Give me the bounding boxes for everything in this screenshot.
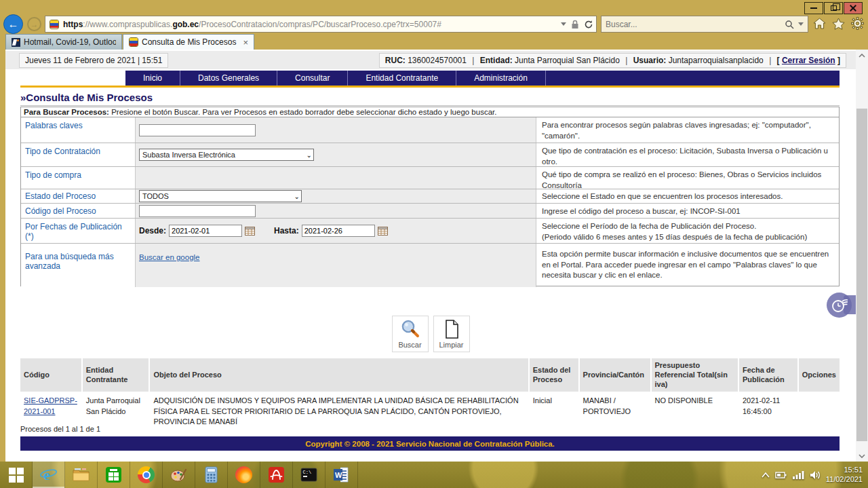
favorites-star-icon[interactable] xyxy=(832,18,845,30)
tipo-contratacion-desc: Que tipo de contratación es el proceso: … xyxy=(536,143,839,166)
calendar-icon[interactable] xyxy=(378,227,388,236)
forward-arrow-icon: → xyxy=(31,20,39,29)
main-navigation: Inicio Datos Generales Consultar Entidad… xyxy=(125,71,840,86)
nav-inicio[interactable]: Inicio xyxy=(125,71,180,86)
avanzada-desc: Esta opción permite buscar información e… xyxy=(536,244,839,287)
tab-favicon xyxy=(129,37,138,47)
select-caret-icon: ⌄ xyxy=(307,151,312,159)
logout-link[interactable]: Cerrar Sesión xyxy=(782,56,835,65)
tipo-contratacion-select[interactable]: Subasta Inversa Electrónica ⌄ xyxy=(139,149,314,161)
tab-label: Consulta de Mis Procesos xyxy=(142,37,239,47)
palabras-desc: Para encontrar procesos según palabras c… xyxy=(536,117,839,143)
taskbar-word[interactable]: W xyxy=(326,462,358,488)
web-page: Jueves 11 de Febrero de 2021 | 15:51 RUC… xyxy=(5,50,856,462)
minimize-button[interactable] xyxy=(804,2,823,14)
taskbar-file-explorer[interactable] xyxy=(65,462,98,488)
nav-datos-generales[interactable]: Datos Generales xyxy=(180,71,277,86)
taskbar-command-prompt[interactable]: C:\ xyxy=(293,462,326,488)
search-icon[interactable] xyxy=(785,20,794,29)
tipo-compra-desc: Qué tipo de compra se realizó en el proc… xyxy=(536,167,839,189)
close-button[interactable] xyxy=(844,2,863,14)
col-fecha: Fecha de Publicación xyxy=(739,358,797,392)
google-search-link[interactable]: Buscar en google xyxy=(139,253,200,261)
taskbar-internet-explorer[interactable]: e xyxy=(33,462,65,488)
winged-clock-icon xyxy=(831,297,848,314)
page-title: »Consulta de Mis Procesos xyxy=(20,92,153,103)
taskbar-chrome[interactable] xyxy=(130,462,163,488)
minimize-icon xyxy=(810,7,817,9)
vertical-scrollbar[interactable] xyxy=(856,50,868,462)
desktop-screen: ← → https://www.compraspublicas.gob.ec/P… xyxy=(0,0,868,488)
fecha-desde-input[interactable] xyxy=(169,225,242,237)
tab-close-icon[interactable]: × xyxy=(243,37,248,48)
close-icon xyxy=(850,5,856,12)
taskbar-firefox[interactable] xyxy=(228,462,260,488)
network-signal-icon[interactable] xyxy=(793,470,804,479)
forward-button[interactable]: → xyxy=(27,17,41,31)
user-session-box: RUC: 1360024570001 | Entidad: Junta Parr… xyxy=(379,53,846,68)
url-dropdown-icon[interactable] xyxy=(561,22,566,26)
search-box[interactable] xyxy=(601,16,808,33)
entidad-value: Junta Parroquial San Plácido xyxy=(515,56,620,65)
acrobat-icon xyxy=(267,466,285,484)
clock-date: 11/02/2021 xyxy=(826,475,863,485)
refresh-icon[interactable] xyxy=(584,20,593,29)
address-bar[interactable]: https://www.compraspublicas.gob.ec/Proce… xyxy=(45,16,597,33)
codigo-input[interactable] xyxy=(139,205,256,217)
nav-administracion[interactable]: Administración xyxy=(456,71,546,86)
system-tray: 15:51 11/02/2021 xyxy=(762,462,868,488)
nav-consultar[interactable]: Consultar xyxy=(277,71,348,86)
fecha-hasta-input[interactable] xyxy=(302,225,375,237)
start-button[interactable] xyxy=(0,462,33,488)
col-opciones: Opciones xyxy=(799,358,840,392)
scroll-down-arrow[interactable] xyxy=(856,450,868,462)
cell-estado: Inicial xyxy=(530,393,578,430)
svg-text:C:\: C:\ xyxy=(303,470,312,475)
home-icon[interactable] xyxy=(813,18,826,29)
scrollbar-thumb[interactable] xyxy=(856,109,867,441)
form-row-tipo-contratacion: Tipo de Contratación Subasta Inversa Ele… xyxy=(21,143,839,167)
taskbar-acrobat[interactable] xyxy=(260,462,293,488)
battery-icon[interactable] xyxy=(775,470,787,480)
estado-select[interactable]: TODOS ⌄ xyxy=(139,190,302,202)
col-objeto: Objeto del Proceso xyxy=(150,358,528,392)
taskbar-microsoft-store[interactable] xyxy=(98,462,130,488)
search-input[interactable] xyxy=(606,20,785,29)
avanzada-label: Para una búsqueda más avanzada xyxy=(21,244,135,287)
cell-fecha: 2021-02-11 16:45:00 xyxy=(739,393,797,430)
hasta-label: Hasta: xyxy=(274,226,299,236)
select-caret-icon: ⌄ xyxy=(294,193,300,200)
command-prompt-icon: C:\ xyxy=(300,466,318,484)
nav-entidad-contratante[interactable]: Entidad Contratante xyxy=(348,71,456,86)
tab-consulta-procesos[interactable]: Consulta de Mis Procesos × xyxy=(123,34,254,50)
tab-favicon xyxy=(12,38,20,47)
form-actions: Buscar Limpiar xyxy=(5,316,856,352)
copyright-bar: Copyright © 2008 - 2021 Servicio Naciona… xyxy=(20,436,840,451)
tab-hotmail[interactable]: Hotmail, Covid-19, Outlook, N... xyxy=(5,34,122,50)
volume-icon[interactable] xyxy=(810,470,821,480)
process-code-link[interactable]: SIE-GADPRSP-2021-001 xyxy=(24,396,77,415)
page-viewport: Jueves 11 de Febrero de 2021 | 15:51 RUC… xyxy=(0,50,868,462)
settings-gear-icon[interactable] xyxy=(851,17,864,30)
url-text: https://www.compraspublicas.gob.ec/Proce… xyxy=(63,20,561,29)
calendar-icon[interactable] xyxy=(245,227,255,236)
palabras-input[interactable] xyxy=(139,124,256,136)
taskbar-paint[interactable] xyxy=(163,462,195,488)
clock-time: 15:51 xyxy=(826,466,863,475)
taskbar-clock[interactable]: 15:51 11/02/2021 xyxy=(826,466,863,485)
tipo-compra-label: Tipo de compra xyxy=(21,167,135,189)
time-helper-button[interactable] xyxy=(827,293,852,318)
restore-button[interactable] xyxy=(824,2,843,14)
datetime-box: Jueves 11 de Febrero de 2021 | 15:51 xyxy=(19,53,168,68)
limpiar-button[interactable]: Limpiar xyxy=(433,316,470,352)
search-dropdown-icon[interactable] xyxy=(798,22,804,26)
back-arrow-icon: ← xyxy=(8,19,19,30)
hidden-icons-chevron[interactable] xyxy=(762,472,770,478)
form-row-tipo-compra: Tipo de compra Qué tipo de compra se rea… xyxy=(21,167,839,189)
scroll-up-arrow[interactable] xyxy=(856,50,868,61)
back-button[interactable]: ← xyxy=(3,14,23,34)
taskbar-calculator[interactable] xyxy=(195,462,228,488)
lock-icon xyxy=(571,20,579,29)
chrome-icon xyxy=(138,466,155,483)
buscar-button[interactable]: Buscar xyxy=(392,316,429,352)
